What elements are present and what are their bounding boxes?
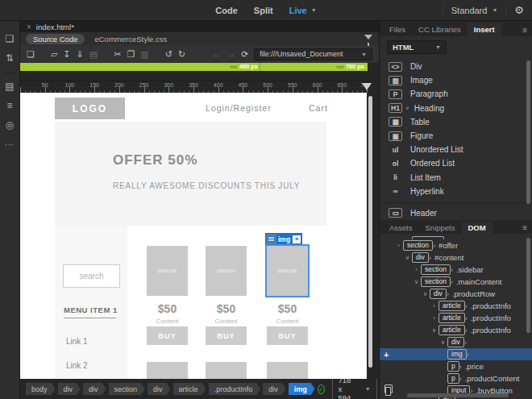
address-bar[interactable]: ▼ xyxy=(254,48,372,60)
document-tab-title[interactable]: index.html* xyxy=(36,23,74,31)
dom-row-article-productinfo[interactable]: ›article›.productInfo xyxy=(380,300,532,312)
disclosure-icon[interactable]: ∨ xyxy=(421,290,430,297)
more-tools-icon[interactable]: ⋯ xyxy=(5,139,15,150)
tag-selector-div[interactable]: div xyxy=(83,383,106,395)
canvas-vertical-scrollbar[interactable] xyxy=(368,96,372,368)
code-snapshot-icon[interactable]: ▤ xyxy=(5,78,14,98)
buy-button[interactable]: BUY xyxy=(206,326,247,345)
tag-selector-div[interactable]: div xyxy=(58,383,81,395)
paste-icon[interactable]: ▥ xyxy=(140,45,148,63)
tag-selector-div[interactable]: div xyxy=(263,383,286,395)
tab-assets[interactable]: Assets xyxy=(383,222,419,234)
element-hamburger-icon[interactable] xyxy=(267,235,276,243)
forward-icon[interactable]: → xyxy=(227,45,235,63)
buy-button[interactable]: BUY xyxy=(267,326,308,345)
target-icon[interactable]: ◎ xyxy=(6,117,14,136)
disclosure-icon[interactable]: › xyxy=(430,314,438,322)
dom-row-p-productcontent[interactable]: p›.productContent xyxy=(380,372,532,384)
dom-row-article-productinfo[interactable]: ›article›.productInfo xyxy=(380,312,532,324)
tag-selector-productinfo[interactable]: .productInfo xyxy=(209,383,261,395)
insert-item-image[interactable]: ▨Image xyxy=(380,73,532,87)
product-image-placeholder[interactable] xyxy=(267,362,308,379)
insert-item-div[interactable]: <>Div xyxy=(380,60,532,73)
copy-icon[interactable]: ❐ xyxy=(127,45,135,63)
insert-item-ordered-list[interactable]: olOrdered List xyxy=(380,156,532,170)
product-image-placeholder[interactable]: 200X200 xyxy=(147,246,188,296)
tag-selector-section[interactable]: section xyxy=(109,383,146,395)
product-image-placeholder-selected[interactable]: 200X200 xyxy=(267,246,308,296)
dom-row-p-price[interactable]: p›.price xyxy=(380,360,532,372)
login-register-link[interactable]: Login/Register xyxy=(206,103,272,113)
offer-section[interactable]: OFFER 50% REALLY AWESOME DISCOUNTS THIS … xyxy=(55,122,326,226)
tab-files[interactable]: Files xyxy=(383,23,412,36)
dom-row-div-productrow[interactable]: ∨div›.productRow xyxy=(380,288,532,300)
tag-selector-article[interactable]: article xyxy=(173,383,206,395)
panel-menu-icon[interactable]: ≡ xyxy=(522,223,527,234)
insert-item-figure[interactable]: ▣Figure xyxy=(380,129,532,143)
sidebar-link-1[interactable]: Link 1 xyxy=(66,337,88,346)
media-query-track[interactable]: ‹‹‹‹‹‹ 480 px ‹‹‹‹‹‹ 700 px xyxy=(20,63,368,71)
insert-item-header[interactable]: ▭Header xyxy=(380,206,532,220)
redo-icon[interactable]: ↻ xyxy=(178,45,185,63)
dom-row-section-sidebar[interactable]: ›section›.sidebar xyxy=(380,264,532,276)
tag-selector-div[interactable]: div xyxy=(148,383,171,395)
undo-icon[interactable]: ↺ xyxy=(165,45,172,63)
dom-row-div[interactable]: ∨div› xyxy=(380,336,532,348)
insert-item-paragraph[interactable]: PParagraph xyxy=(380,87,532,101)
search-input[interactable] xyxy=(63,264,120,288)
tag-selector-img-active[interactable]: img xyxy=(289,383,315,395)
disclosure-icon[interactable]: › xyxy=(412,266,421,273)
viewport-resize-scrubber[interactable] xyxy=(362,83,372,90)
insert-item-table[interactable]: ▦Table xyxy=(380,115,532,129)
breakpoint-700[interactable]: ‹‹‹‹‹‹ 700 px xyxy=(336,63,364,71)
element-display-label[interactable]: img + xyxy=(265,233,302,245)
file-document-icon[interactable]: ❏ xyxy=(6,31,15,50)
refresh-icon[interactable]: ⟳ xyxy=(241,45,248,63)
new-file-icon[interactable]: ❏ xyxy=(27,45,35,63)
disclosure-icon[interactable]: ∨ xyxy=(412,278,421,285)
tab-insert[interactable]: Insert xyxy=(468,23,501,36)
gear-icon[interactable]: ⚙ xyxy=(514,4,524,16)
product-image-placeholder[interactable]: 200X200 xyxy=(206,246,247,296)
save-icon[interactable]: ↧ xyxy=(63,45,70,63)
back-icon[interactable]: ← xyxy=(212,45,221,63)
page-canvas[interactable]: LOGO Login/Register Cart OFFER 50% REALL… xyxy=(20,93,367,379)
dom-row-section-maincontent[interactable]: ∨section›.mainContent xyxy=(380,276,532,288)
disclosure-icon[interactable]: › xyxy=(394,242,403,249)
workspace-switcher[interactable]: Standard▼ xyxy=(451,6,498,15)
format-lines-icon[interactable]: ≡ xyxy=(6,98,12,117)
open-file-icon[interactable]: ▱ xyxy=(51,45,57,63)
disclosure-icon[interactable]: ∨ xyxy=(403,254,412,261)
save-all-icon[interactable]: ⇓ xyxy=(77,45,84,63)
close-tab-icon[interactable]: × xyxy=(27,23,31,31)
source-code-button[interactable]: Source Code xyxy=(26,34,85,44)
tag-selector-body[interactable]: body xyxy=(26,383,56,395)
tab-cc-libraries[interactable]: CC Libraries xyxy=(412,23,468,36)
address-input[interactable] xyxy=(260,50,361,58)
tab-snippets[interactable]: Snippets xyxy=(419,222,462,234)
product-image-placeholder[interactable] xyxy=(147,362,188,379)
dom-row-img-selected[interactable]: +img› xyxy=(380,348,532,360)
disclosure-icon[interactable]: › xyxy=(430,302,438,310)
insert-item-list-item[interactable]: liList Item xyxy=(380,171,532,185)
lint-ok-icon[interactable]: ✓ xyxy=(318,384,325,394)
site-logo[interactable]: LOGO xyxy=(55,98,125,119)
disclosure-icon[interactable]: ∨ xyxy=(438,339,447,346)
disclosure-icon[interactable]: ∨ xyxy=(430,326,438,334)
insert-category-select[interactable]: HTML ▼ xyxy=(387,40,447,54)
chevron-down-icon[interactable]: ∨ xyxy=(405,105,409,111)
filter-icon[interactable] xyxy=(364,35,372,39)
cut-icon[interactable]: ✂ xyxy=(114,45,121,63)
sidebar-link-2[interactable]: Link 2 xyxy=(66,361,88,370)
insert-scrollbar[interactable] xyxy=(526,60,530,204)
panel-menu-icon[interactable]: ≡ xyxy=(522,26,527,36)
code-view-button[interactable]: Code xyxy=(215,6,238,15)
insert-item-hyperlink[interactable]: ∞Hyperlink xyxy=(380,185,532,198)
stylesheet-file-button[interactable]: eCommerceStyle.css xyxy=(94,35,167,44)
breakpoint-480[interactable]: ‹‹‹‹‹‹ 480 px xyxy=(230,63,258,71)
split-view-button[interactable]: Split xyxy=(254,6,273,15)
product-image-placeholder[interactable] xyxy=(206,362,247,379)
insert-item-unordered-list[interactable]: ulUnordered List xyxy=(380,143,532,156)
add-element-icon[interactable]: + xyxy=(384,350,389,360)
dom-row-section-offer[interactable]: ›section›#offer xyxy=(380,239,532,251)
